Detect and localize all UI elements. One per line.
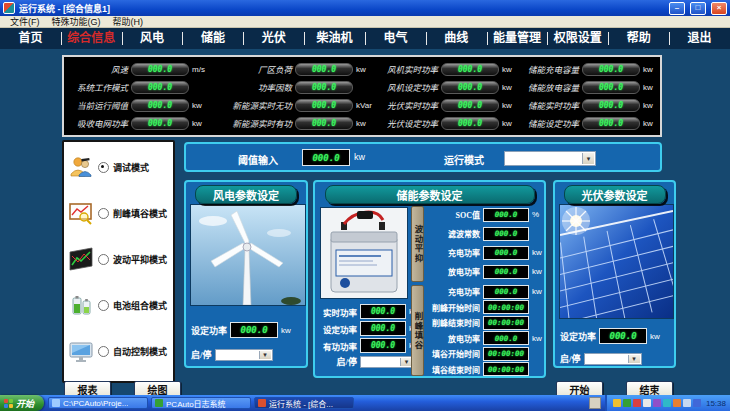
overview-cell: 风速 000.0 m/s — [64, 60, 218, 78]
storage-param-unit: % — [532, 210, 544, 219]
storage-param-value[interactable]: 000.0 — [483, 246, 529, 260]
mode-radio-smoothing[interactable] — [98, 254, 109, 265]
group-bar-smoothing: 波动平抑 — [411, 206, 424, 282]
taskbar-item-label: 运行系统 - [综合... — [269, 398, 333, 409]
tray-icon[interactable] — [673, 399, 681, 407]
overview-unit: kw — [643, 119, 653, 128]
tray-icon[interactable] — [613, 399, 621, 407]
run-mode-select[interactable] — [504, 151, 596, 166]
overview-led-value: 000.0 — [441, 63, 499, 76]
tray-icon[interactable] — [653, 399, 661, 407]
storage-param-label: 填谷开始时间 — [426, 348, 480, 359]
pv-set-power-label: 设定功率 — [560, 330, 596, 343]
overview-cell: 储能放电容量 000.0 kw — [528, 78, 656, 96]
pv-set-power-value[interactable]: 000.0 — [599, 328, 647, 344]
mode-item-smoothing[interactable]: 波动平抑模式 — [64, 236, 173, 282]
nav-item[interactable]: 曲线 — [426, 28, 487, 49]
show-desktop-icon[interactable] — [589, 397, 601, 409]
overview-label: 系统工作模式 — [64, 81, 128, 93]
storage-param-label: 削峰开始时间 — [426, 302, 480, 313]
storage-param-value[interactable]: 000.0 — [483, 285, 529, 299]
storage-param-label: 填谷结束时间 — [426, 364, 480, 375]
tray-icon[interactable] — [643, 399, 651, 407]
tray-icon[interactable] — [623, 399, 631, 407]
overview-cell: 吸收电网功率 000.0 kw — [64, 114, 218, 132]
tray-icon[interactable] — [633, 399, 641, 407]
overview-led-value: 000.0 — [295, 99, 353, 112]
tray-clock: 15:38 — [706, 399, 726, 408]
taskbar-item[interactable]: C:\PCAuto\Proje... — [48, 397, 148, 409]
storage-param-value[interactable]: 00:00:00 — [483, 300, 529, 314]
overview-label: 风速 — [64, 63, 128, 75]
nav-item[interactable]: 首页 — [0, 28, 61, 49]
taskbar-item-icon — [155, 399, 163, 407]
storage-param-value[interactable]: 000.0 — [483, 227, 529, 241]
menu-help[interactable]: 帮助(H) — [107, 15, 150, 28]
taskbar-item[interactable]: PCAuto日志系统 — [151, 397, 251, 409]
storage-param-value[interactable]: 000.0 — [483, 208, 529, 222]
nav-item[interactable]: 综合信息 — [61, 28, 122, 49]
storage-param-label: 滤波常数 — [426, 228, 480, 239]
mode-radio-auto-control[interactable] — [98, 346, 109, 357]
group-bar-peak-shaving-label: 削峰填谷 — [411, 312, 424, 350]
mode-item-debug[interactable]: 调试模式 — [64, 144, 173, 190]
trend-chart-icon — [68, 246, 94, 272]
minimize-icon[interactable]: – — [669, 2, 685, 15]
menu-file[interactable]: 文件(F) — [4, 15, 46, 28]
tray-icon[interactable] — [663, 399, 671, 407]
storage-left-value: 000.0 — [360, 321, 406, 336]
mode-radio-peak-shaving[interactable] — [98, 208, 109, 219]
mode-radio-debug[interactable] — [98, 162, 109, 173]
wind-set-power-value[interactable]: 000.0 — [230, 322, 278, 338]
overview-led-value: 000.0 — [441, 99, 499, 112]
windows-logo-icon — [4, 399, 13, 408]
overview-led-value: 000.0 — [131, 99, 189, 112]
start-menu-button[interactable]: 开始 — [0, 395, 44, 411]
taskbar-item[interactable]: 运行系统 - [综合... — [254, 397, 354, 409]
storage-param-value[interactable]: 00:00:00 — [483, 362, 529, 376]
mode-label: 自动控制模式 — [113, 345, 167, 358]
nav-item[interactable]: 光伏 — [243, 28, 304, 49]
wind-onoff-label: 启/停 — [191, 348, 212, 361]
nav-item[interactable]: 权限设置 — [547, 28, 608, 49]
nav-item-label: 风电 — [140, 31, 164, 45]
storage-left-label: 有功功率 — [319, 340, 357, 352]
nav-item[interactable]: 能量管理 — [487, 28, 548, 49]
overview-cell: 光伏设定功率 000.0 kw — [382, 114, 528, 132]
maximize-icon[interactable]: □ — [690, 2, 706, 15]
tray-icon[interactable] — [693, 399, 701, 407]
tray-icon[interactable] — [683, 399, 691, 407]
screen: 运行系统 - [综合信息1] – □ × 文件(F) 特殊功能(G) 帮助(H)… — [0, 0, 730, 411]
storage-param-label: SOC值 — [426, 209, 480, 220]
storage-param-unit: kw — [532, 287, 544, 296]
mode-radio-battery-combo[interactable] — [98, 300, 109, 311]
nav-item[interactable]: 帮助 — [608, 28, 669, 49]
close-icon[interactable]: × — [711, 2, 727, 15]
menu-special[interactable]: 特殊功能(G) — [46, 15, 107, 28]
nav-item[interactable]: 退出 — [669, 28, 730, 49]
chart-magnifier-icon — [68, 200, 94, 226]
threshold-input[interactable]: 000.0 — [302, 149, 350, 166]
pv-onoff-select[interactable] — [584, 353, 642, 365]
storage-panel: 储能参数设定 实时功率 000.0 kw — [313, 180, 546, 378]
mode-item-auto-control[interactable]: 自动控制模式 — [64, 328, 173, 374]
storage-param-row: 充电功率 000.0 kw — [426, 243, 544, 262]
wind-onoff-select[interactable] — [215, 349, 273, 361]
storage-param-label: 放电功率 — [426, 266, 480, 277]
nav-bar: 首页 综合信息 风电 储能 光伏 柴油机 电气 — [0, 28, 730, 49]
nav-item[interactable]: 电气 — [365, 28, 426, 49]
nav-item[interactable]: 柴油机 — [304, 28, 365, 49]
mode-item-peak-shaving[interactable]: 削峰填谷模式 — [64, 190, 173, 236]
overview-unit: kw — [356, 65, 378, 74]
nav-item[interactable]: 储能 — [182, 28, 243, 49]
nav-item[interactable]: 风电 — [122, 28, 183, 49]
storage-param-value[interactable]: 00:00:00 — [483, 347, 529, 361]
mode-item-battery-combo[interactable]: 电池组合模式 — [64, 282, 173, 328]
storage-param-value[interactable]: 000.0 — [483, 265, 529, 279]
overview-led-value: 000.0 — [295, 63, 353, 76]
nav-item-label: 权限设置 — [554, 31, 602, 45]
storage-onoff-select[interactable] — [360, 356, 414, 368]
storage-param-value[interactable]: 000.0 — [483, 331, 529, 345]
users-icon — [68, 154, 94, 180]
storage-param-value[interactable]: 00:00:00 — [483, 316, 529, 330]
